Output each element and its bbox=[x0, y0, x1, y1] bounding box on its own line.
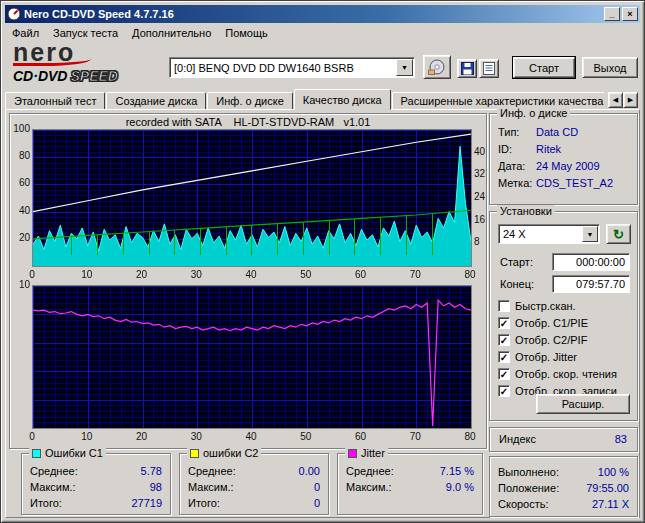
end-position-field[interactable]: 079:57.70 bbox=[552, 275, 630, 293]
c2-color-swatch bbox=[190, 449, 199, 458]
stat-row-value: 0.00 bbox=[299, 465, 320, 477]
disc-info-row-label: Тип: bbox=[498, 126, 519, 138]
start-position-field[interactable]: 000:00:00 bbox=[552, 253, 630, 271]
disc-info-row-label: Метка: bbox=[498, 177, 532, 189]
drive-select-value: [0:0] BENQ DVD DD DW1640 BSRB bbox=[170, 62, 396, 74]
checkbox-box[interactable]: ✓ bbox=[498, 368, 510, 380]
stat-row-label: Среднее: bbox=[30, 465, 78, 477]
disc-info-rows: Тип:Data CDID:RitekДата:24 May 2009Метка… bbox=[490, 124, 637, 192]
tab-scroll-left-icon[interactable]: ◀ bbox=[608, 92, 623, 108]
c2-errors-title-text: ошибки C2 bbox=[203, 447, 258, 459]
c1-errors-title-text: Ошибки C1 bbox=[45, 447, 103, 459]
tab-2[interactable]: Создание диска bbox=[106, 92, 206, 110]
stat-row-value: 0 bbox=[314, 497, 320, 509]
tab-3[interactable]: Инф. о диске bbox=[207, 92, 292, 110]
checkbox-box[interactable]: ✓ bbox=[498, 317, 510, 329]
stat-row-label: Среднее: bbox=[346, 465, 394, 477]
advanced-button[interactable]: Расшир. bbox=[536, 394, 630, 414]
c1-errors-title: Ошибки C1 bbox=[29, 447, 106, 459]
jitter-color-swatch bbox=[348, 449, 357, 458]
progress-row-label: Выполнено: bbox=[498, 466, 559, 478]
progress-group: Выполнено:100 %Положение:79:55.00Скорост… bbox=[489, 456, 638, 517]
stat-row: Итого:27719 bbox=[22, 495, 170, 511]
app-window: Nero CD-DVD Speed 4.7.7.16 _ × ФайлЗапус… bbox=[0, 0, 645, 523]
checkbox-label: Отобр. C1/PIE bbox=[515, 317, 588, 329]
start-position-label: Старт: bbox=[500, 256, 533, 268]
tab-scroll-right-icon[interactable]: ▶ bbox=[623, 92, 638, 108]
disc-info-group: Инф. о диске Тип:Data CDID:RitekДата:24 … bbox=[489, 113, 638, 205]
stat-row-value: 0 bbox=[314, 481, 320, 493]
document-icon bbox=[483, 62, 495, 75]
checkbox-box[interactable]: ✓ bbox=[498, 334, 510, 346]
checkbox-label: Отобр. C2/PIF bbox=[515, 334, 587, 346]
stat-row: Среднее:5.78 bbox=[22, 463, 170, 479]
c2-errors-group: ошибки C2 Среднее:0.00Максим.:0Итого:0 bbox=[179, 453, 329, 515]
refresh-button[interactable]: ↻ bbox=[606, 224, 631, 244]
progress-row: Положение:79:55.00 bbox=[490, 480, 637, 496]
axis-label: 30 bbox=[186, 269, 206, 280]
c1-color-swatch bbox=[32, 449, 41, 458]
export-button[interactable] bbox=[479, 59, 499, 78]
checkbox-row-2[interactable]: ✓Отобр. C1/PIE bbox=[498, 315, 635, 332]
progress-row-label: Положение: bbox=[498, 482, 559, 494]
tab-4[interactable]: Качество диска bbox=[294, 89, 391, 110]
progress-row-label: Скорость: bbox=[498, 498, 549, 510]
checkbox-box[interactable]: ✓ bbox=[498, 385, 510, 397]
end-position-label: Конец: bbox=[500, 278, 534, 290]
exit-button[interactable]: Выход bbox=[582, 57, 638, 78]
index-value: 83 bbox=[615, 433, 627, 445]
stat-row: Итого:0 bbox=[180, 495, 328, 511]
save-button[interactable] bbox=[457, 59, 477, 78]
stat-row-label: Максим.: bbox=[188, 481, 234, 493]
c2-errors-rows: Среднее:0.00Максим.:0Итого:0 bbox=[180, 463, 328, 511]
checkbox-box[interactable]: ✓ bbox=[498, 351, 510, 363]
stat-row-value: 9.0 % bbox=[446, 481, 474, 493]
stat-row: Среднее:0.00 bbox=[180, 463, 328, 479]
stat-row-label: Итого: bbox=[188, 497, 220, 509]
disc-info-row-label: Дата: bbox=[498, 160, 525, 172]
nero-logo: nero CD·DVDSPEED bbox=[13, 41, 163, 84]
checkbox-row-4[interactable]: ✓Отобр. Jitter bbox=[498, 349, 635, 366]
close-button[interactable]: × bbox=[622, 7, 638, 21]
chevron-down-icon[interactable]: ▼ bbox=[396, 59, 413, 76]
jitter-rows: Среднее:7.15 %Максим.:9.0 % bbox=[338, 463, 482, 495]
jitter-group: Jitter Среднее:7.15 %Максим.:9.0 % bbox=[337, 453, 483, 515]
disc-info-row-label: ID: bbox=[498, 143, 512, 155]
stat-row-label: Итого: bbox=[30, 497, 62, 509]
c2-errors-title: ошибки C2 bbox=[187, 447, 261, 459]
axis-label: 0 bbox=[22, 431, 42, 442]
axis-label: 10 bbox=[77, 431, 97, 442]
title-bar[interactable]: Nero CD-DVD Speed 4.7.7.16 _ × bbox=[5, 5, 640, 23]
menu-item-3[interactable]: Дополнительно bbox=[125, 26, 218, 40]
chevron-down-icon[interactable]: ▼ bbox=[582, 226, 598, 242]
axis-label: 60 bbox=[351, 431, 371, 442]
checkbox-row-3[interactable]: ✓Отобр. C2/PIF bbox=[498, 332, 635, 349]
start-button[interactable]: Старт bbox=[513, 57, 575, 78]
axis-label: 80 bbox=[11, 150, 30, 161]
axis-label: 100 bbox=[11, 123, 30, 134]
checkbox-row-5[interactable]: ✓Отобр. скор. чтения bbox=[498, 366, 635, 383]
app-icon bbox=[7, 7, 21, 21]
tab-1[interactable]: Эталонный тест bbox=[5, 92, 105, 110]
settings-title: Установки bbox=[497, 205, 555, 217]
save-icon bbox=[461, 62, 474, 75]
settings-group: Установки 24 X ▼ ↻ Старт: 000:00:00 Коне… bbox=[489, 211, 638, 421]
stat-row: Максим.:98 bbox=[22, 479, 170, 495]
minimize-button[interactable]: _ bbox=[604, 7, 620, 21]
axis-label: 40 bbox=[241, 269, 261, 280]
progress-row-value: 100 % bbox=[598, 466, 629, 478]
axis-label: 80 bbox=[460, 269, 480, 280]
checkbox-box[interactable] bbox=[498, 300, 510, 312]
stat-row: Максим.:9.0 % bbox=[338, 479, 482, 495]
checkbox-row-1[interactable]: Быстр.скан. bbox=[498, 298, 635, 315]
stat-row-value: 5.78 bbox=[141, 465, 162, 477]
menu-item-4[interactable]: Помощь bbox=[218, 26, 275, 40]
disc-tool-button[interactable] bbox=[423, 55, 451, 79]
product-name-speed: SPEED bbox=[70, 68, 117, 84]
drive-select[interactable]: [0:0] BENQ DVD DD DW1640 BSRB ▼ bbox=[169, 57, 415, 78]
speed-select[interactable]: 24 X ▼ bbox=[498, 224, 600, 244]
progress-row-value: 27.11 X bbox=[592, 498, 629, 510]
display-options: Быстр.скан.✓Отобр. C1/PIE✓Отобр. C2/PIF✓… bbox=[498, 298, 635, 400]
disc-info-row-value: 24 May 2009 bbox=[536, 160, 600, 172]
product-name: CD·DVDSPEED bbox=[13, 68, 163, 84]
